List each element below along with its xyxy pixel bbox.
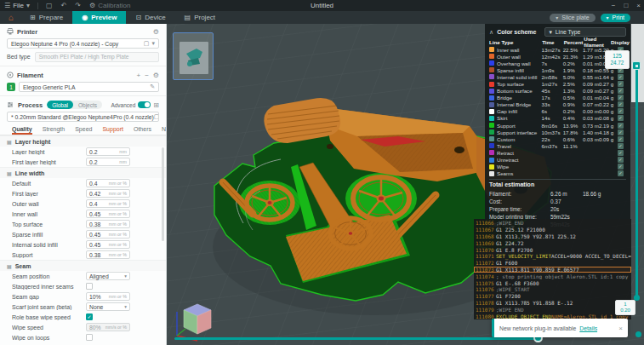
layer-slider-handle[interactable] — [632, 61, 641, 70]
main-tab[interactable]: ◉ Preview — [72, 11, 126, 24]
filament-preset-select[interactable]: Elegoo Generic PLA ✎ — [19, 82, 159, 92]
setting-input[interactable]: 0.4 mm or % — [86, 179, 130, 187]
display-checkbox[interactable]: ✓ — [618, 170, 624, 176]
display-checkbox[interactable]: ✓ — [618, 88, 624, 94]
setting-input[interactable]: 0.38 mm or % — [86, 220, 130, 228]
gcode-line[interactable]: 111079 ;WIPE_END — [474, 306, 631, 313]
line-type-color-swatch — [489, 123, 494, 128]
gcode-line[interactable]: 111074 ; stop printing object Aleron.STL… — [474, 273, 631, 279]
scope-objects[interactable]: Objects — [73, 101, 102, 109]
calibration-menu[interactable]: ⚙ Calibration — [85, 0, 134, 11]
gcode-line[interactable]: 111077 G1 F7200 — [474, 293, 631, 300]
slice-plate-button[interactable]: ▾ Slice plate — [550, 14, 595, 22]
display-checkbox[interactable]: ✓ — [618, 101, 624, 107]
collapse-icon[interactable]: ∧ — [489, 29, 493, 36]
close-button[interactable]: × — [636, 2, 641, 9]
layer-slider-track[interactable] — [635, 68, 638, 296]
setting-checkbox[interactable]: ✓ — [86, 334, 93, 341]
setting-checkbox[interactable]: ✓ — [86, 283, 93, 290]
display-checkbox[interactable]: ✓ — [618, 129, 624, 135]
setting-tab[interactable]: Notes — [157, 124, 167, 135]
gcode-line[interactable]: 111076 ;WIPE_START — [474, 286, 631, 293]
gcode-line[interactable]: 111078 G1 X113.785 Y91.858 E-.12 — [474, 300, 631, 307]
setting-input[interactable]: 0.45 mm or % — [86, 240, 130, 249]
display-checkbox[interactable]: ✓ — [618, 115, 624, 121]
remove-filament-button[interactable]: − — [145, 72, 149, 79]
main-tab[interactable]: ⊞ Prepare — [20, 11, 72, 24]
gear-icon[interactable]: ⚙ — [153, 28, 159, 36]
edit-icon[interactable]: ✎ — [150, 83, 155, 90]
setting-input[interactable]: 80% mm/s or % — [86, 323, 130, 331]
gcode-line[interactable]: 111073 G1 X113.811 Y90.859 E.06577 — [474, 267, 631, 273]
process-preset-select[interactable]: * 0.20mm Standard @Elegoo Neptune4Pro (0… — [7, 112, 159, 122]
process-scope-toggle[interactable]: Global Objects — [47, 101, 102, 109]
display-checkbox[interactable]: ✓ — [618, 123, 624, 129]
display-checkbox[interactable]: ✓ — [618, 136, 624, 142]
gcode-line[interactable]: 111069 G1 Z24.72 — [474, 239, 631, 246]
printer-preset-select[interactable]: Elegoo Neptune 4 Pro (0.4 nozzle) - Copy… — [7, 38, 159, 49]
close-icon[interactable]: × — [618, 325, 623, 332]
settings-section-header[interactable]: ▤ Line width — [0, 167, 166, 178]
display-checkbox[interactable]: ✓ — [618, 164, 624, 170]
display-checkbox[interactable]: ✓ — [618, 157, 624, 163]
print-button[interactable]: ▾ Print — [601, 14, 630, 22]
notification-details-link[interactable]: Details — [579, 325, 597, 331]
bed-type-select[interactable]: Smooth PEI Plate / High Temp Plate — [35, 52, 159, 62]
gcode-line[interactable]: 111066 ;WIPE_END — [474, 220, 631, 227]
setting-input[interactable]: 0.45 mm or % — [86, 230, 130, 239]
main-tab[interactable]: ⊡ Device — [126, 11, 174, 24]
add-filament-button[interactable]: + — [136, 72, 140, 79]
gcode-viewer[interactable]: 111066 ;WIPE_END 111067 G1 Z25.12 F21000… — [474, 219, 631, 319]
preview-3d-viewport[interactable]: ∧ Color scheme ▾ Line Type Line Type Tim… — [167, 24, 644, 345]
gcode-line[interactable]: 111067 G1 Z25.12 F21000 — [474, 227, 631, 233]
display-checkbox[interactable]: ✓ — [618, 95, 624, 101]
advanced-toggle[interactable] — [138, 101, 151, 108]
main-tab[interactable]: ▤ Project — [175, 11, 225, 24]
edit-icon[interactable]: ▢ — [144, 40, 150, 47]
gcode-line[interactable]: 111072 G1 F600 — [474, 260, 631, 267]
line-type-label: Overhang wall — [497, 60, 531, 66]
setting-tab[interactable]: Speed — [70, 124, 97, 135]
setting-tab[interactable]: Quality — [7, 124, 37, 135]
display-checkbox[interactable]: ✓ — [618, 150, 624, 156]
scope-global[interactable]: Global — [47, 101, 73, 109]
compare-presets-icon[interactable]: ⊞ — [153, 101, 159, 109]
setting-input[interactable]: 0.38 mm or % — [86, 250, 130, 259]
plate-thumbnail[interactable] — [173, 32, 214, 80]
setting-tab[interactable]: Others — [128, 124, 157, 135]
setting-input[interactable]: 0.45 mm or % — [86, 210, 130, 218]
setting-input[interactable]: 0.42 mm or % — [86, 189, 130, 198]
maximize-button[interactable]: □ — [624, 2, 628, 9]
navigation-cube[interactable] — [172, 298, 216, 342]
setting-input[interactable]: 0.2 mm — [86, 147, 130, 156]
gcode-line[interactable]: 111075 G1 E-.68 F3600 — [474, 279, 631, 286]
minimize-button[interactable]: − — [612, 2, 616, 9]
setting-input[interactable]: 0.4 mm or % — [86, 199, 130, 208]
gcode-line[interactable]: 111070 G1 E.8 F2700 — [474, 246, 631, 253]
display-checkbox[interactable]: ✓ — [618, 143, 624, 149]
setting-input[interactable]: 0.2 mm — [86, 158, 130, 166]
file-menu[interactable]: ☰ File ▾ — [0, 0, 34, 11]
settings-section-header[interactable]: ▤ Layer height — [0, 135, 166, 147]
setting-select[interactable]: None ▾ — [86, 302, 130, 311]
display-checkbox[interactable]: ✓ — [618, 108, 624, 114]
setting-input[interactable]: 10% mm or % — [86, 292, 130, 301]
display-checkbox[interactable]: ✓ — [618, 74, 624, 80]
undo-icon[interactable]: ↶ — [57, 0, 71, 11]
setting-select[interactable]: Aligned ▾ — [86, 272, 130, 280]
save-preset-icon[interactable]: ▢ — [154, 113, 159, 120]
redo-icon[interactable]: ↷ — [71, 0, 85, 11]
setting-checkbox[interactable]: ✓ — [86, 313, 93, 320]
line-type-color-swatch — [489, 102, 494, 107]
display-checkbox[interactable]: ✓ — [618, 81, 624, 87]
setting-tab[interactable]: Support — [97, 124, 128, 135]
gcode-line[interactable]: 111071 SET_VELOCITY_LIMIT ACCEL=9000 ACC… — [474, 253, 631, 260]
settings-section-header[interactable]: ▤ Seam — [0, 260, 166, 271]
sidebar-scrollbar[interactable] — [162, 147, 164, 241]
setting-tab[interactable]: Strength — [37, 124, 70, 135]
new-project-icon[interactable]: ▢ — [42, 0, 57, 11]
gcode-line[interactable]: 111068 G1 X113.759 Y92.871 Z25.12 — [474, 233, 631, 240]
gear-icon[interactable]: ⚙ — [153, 72, 159, 79]
home-icon[interactable]: ⌂ — [0, 13, 20, 22]
move-slider-track[interactable] — [174, 337, 539, 340]
